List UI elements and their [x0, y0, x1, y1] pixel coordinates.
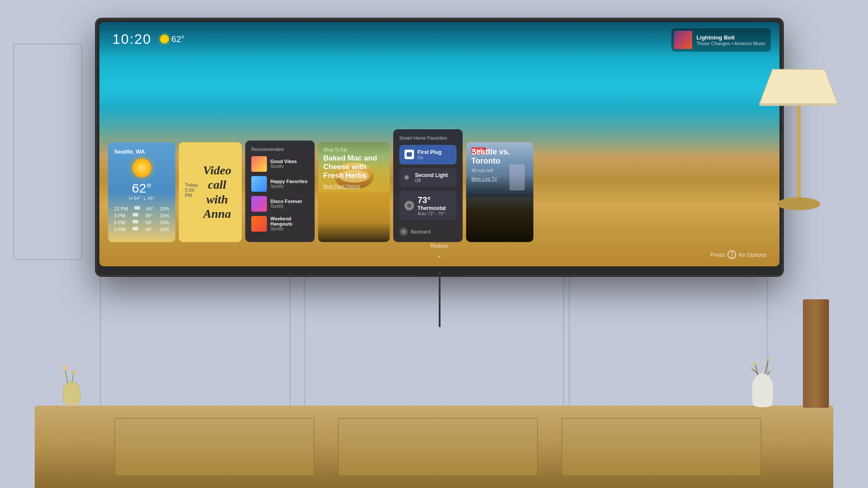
thermostat-icon [404, 201, 414, 210]
press-options: Press for Options [710, 250, 766, 259]
svg-rect-14 [760, 103, 838, 106]
thermostat-row: 73° Thermostat Auto 72° - 76° [404, 195, 451, 216]
reduce-label[interactable]: Reduce [431, 243, 448, 249]
cloud-icon [132, 227, 138, 230]
live-tv-more[interactable]: More Live TV [471, 177, 528, 181]
chevron-down-icon[interactable]: ⌄ [437, 251, 442, 259]
light-dot-icon [404, 175, 409, 180]
food-title: Baked Mac and Cheese with Fresh Herbs [323, 154, 385, 180]
music-item-sub-2: Spotify [270, 204, 309, 209]
cloud-icon [132, 220, 138, 223]
svg-point-11 [770, 369, 773, 371]
music-thumb-vibes [251, 156, 267, 172]
weather-row-3: 9 PM 49° 10% [114, 226, 169, 233]
music-item-info-2: Disco Forever Spotify [270, 199, 309, 209]
options-menu-icon[interactable] [727, 250, 736, 259]
screen-background: 10:20 62° Lightning Bolt Those Changes •… [99, 22, 779, 266]
vase-left-svg [56, 360, 91, 408]
live-tv-content: Seattle vs. Toronto 40 min left More Liv… [466, 142, 533, 187]
music-item-info-1: Happy Favorites Spotify [270, 179, 309, 189]
clock-display: 10:20 [112, 31, 151, 47]
music-item-title-1: Happy Favorites [270, 179, 309, 184]
lamp [755, 61, 842, 213]
thermostat-temp: 73° [418, 195, 446, 205]
dresser-drawer-1 [115, 418, 314, 476]
food-card-content: What To Eat Baked Mac and Cheese with Fr… [318, 142, 390, 194]
music-item-1[interactable]: Happy Favorites Spotify [251, 176, 309, 192]
smart-home-card[interactable]: Smart Home Favorites First Plug On [393, 129, 463, 242]
food-category: What To Eat [323, 147, 385, 152]
second-light-status: Off [415, 178, 448, 183]
music-thumb-disco [251, 196, 267, 212]
sun-icon [160, 35, 169, 43]
camera-icon [399, 227, 408, 236]
music-item-0[interactable]: Good Vibes Spotify [251, 156, 309, 172]
live-tv-time: 40 min left [471, 168, 528, 173]
options-dot-1 [731, 252, 733, 253]
backyard-row[interactable]: Backyard [399, 224, 457, 236]
wood-stand [803, 299, 829, 408]
music-item-3[interactable]: Weekend Hangouts Spotify [251, 216, 309, 232]
weather-card[interactable]: Seattle, WA 62° H 64° L 49° 12 PM 64° 10… [108, 142, 175, 242]
weather-row-2: 6 PM 58° 10% [114, 219, 169, 226]
music-item-title-0: Good Vibes [270, 159, 309, 164]
music-item-sub-1: Spotify [270, 184, 309, 189]
music-title: Lightning Bolt [697, 34, 766, 41]
dresser [35, 406, 833, 488]
cloud-icon [134, 206, 140, 210]
music-album-art [674, 31, 692, 49]
svg-point-9 [753, 362, 757, 365]
dresser-drawer-2 [338, 418, 538, 476]
second-light-item[interactable]: Second Light Off [399, 168, 457, 187]
thermostat-range: Auto 72° - 76° [418, 211, 446, 216]
backyard-label: Backyard [411, 229, 431, 234]
tv-frame: 10:20 62° Lightning Bolt Those Changes •… [95, 18, 783, 276]
video-call-card[interactable]: Today, 5:09 PM Video call with Anna [179, 142, 242, 242]
recommended-card[interactable]: Recommended Good Vibes Spotify Happy F [245, 141, 315, 242]
weather-row-1: 3 PM 66° 20% [114, 212, 169, 219]
music-thumb-happy [251, 176, 267, 192]
tv-screen: 10:20 62° Lightning Bolt Those Changes •… [99, 22, 779, 266]
smart-home-header: Smart Home Favorites [399, 135, 457, 141]
music-item-info-0: Good Vibes Spotify [270, 159, 309, 169]
wall-panel-left [13, 43, 82, 260]
screen-top-bar: 10:20 62° Lightning Bolt Those Changes •… [99, 22, 779, 56]
bottom-bar: Reduce ⌄ [99, 243, 779, 259]
second-light-row: Second Light Off [404, 172, 451, 183]
temp-display: 62° [171, 34, 184, 44]
food-card[interactable]: What To Eat Baked Mac and Cheese with Fr… [318, 142, 390, 242]
vase-left [56, 360, 91, 408]
svg-point-16 [777, 197, 820, 210]
music-item-title-2: Disco Forever [270, 199, 309, 204]
music-subtitle: Those Changes • Amazon Music [697, 41, 766, 46]
thermostat-title: Thermostat [418, 205, 446, 211]
press-label: Press [710, 252, 725, 258]
music-info: Lightning Bolt Those Changes • Amazon Mu… [697, 34, 766, 46]
weather-hl: H 64° L 49° [114, 196, 169, 201]
music-item-2[interactable]: Disco Forever Spotify [251, 196, 309, 212]
music-item-title-3: Weekend Hangouts [270, 216, 309, 226]
first-plug-title: First Plug [418, 149, 441, 155]
music-item-sub-3: Spotify [270, 226, 309, 231]
plug-icon [404, 150, 414, 159]
thermostat-info: 73° Thermostat Auto 72° - 76° [418, 195, 446, 216]
music-item-sub-0: Spotify [270, 164, 309, 169]
thermostat-item[interactable]: 73° Thermostat Auto 72° - 76° [399, 191, 457, 220]
first-plug-item[interactable]: First Plug On [399, 145, 457, 164]
svg-point-10 [766, 357, 770, 361]
music-thumb-weekend [251, 216, 267, 232]
weather-display: 62° [160, 34, 184, 44]
video-call-date: Today, 5:09 PM [185, 182, 199, 198]
cards-container: Seattle, WA 62° H 64° L 49° 12 PM 64° 10… [104, 129, 775, 242]
weather-temp-big: 62° [114, 181, 169, 196]
first-plug-status: On [418, 155, 441, 160]
vase-right [744, 347, 783, 408]
first-plug-info: First Plug On [418, 149, 441, 160]
music-item-info-3: Weekend Hangouts Spotify [270, 216, 309, 231]
svg-point-12 [750, 367, 753, 369]
vase-right-svg [744, 347, 783, 408]
food-more[interactable]: More Food Options [323, 184, 385, 189]
music-widget[interactable]: Lightning Bolt Those Changes • Amazon Mu… [671, 28, 771, 52]
live-tv-card[interactable]: LIVE Seattle vs. Toronto 40 min left Mor… [466, 142, 533, 242]
svg-rect-15 [796, 106, 801, 201]
